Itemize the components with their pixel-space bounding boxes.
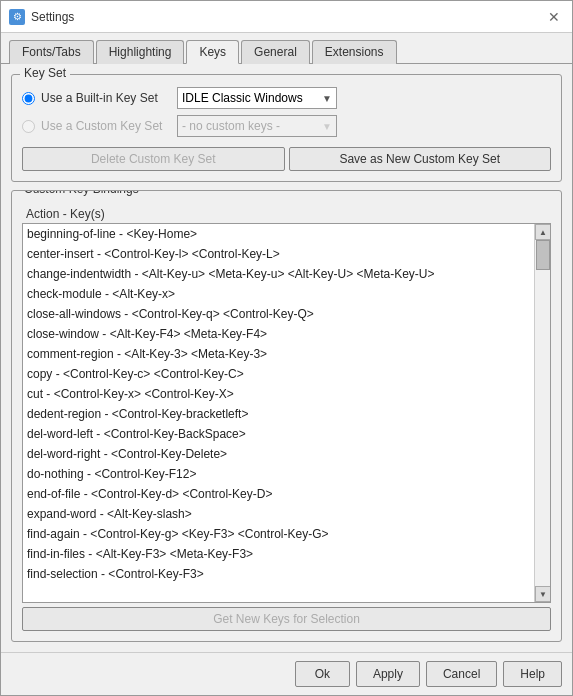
- list-item[interactable]: cut - <Control-Key-x> <Control-Key-X>: [23, 384, 534, 404]
- key-set-group: Key Set Use a Built-in Key Set IDLE Clas…: [11, 74, 562, 182]
- list-item[interactable]: del-word-left - <Control-Key-BackSpace>: [23, 424, 534, 444]
- title-bar: ⚙ Settings ✕: [1, 1, 572, 33]
- list-item[interactable]: do-nothing - <Control-Key-F12>: [23, 464, 534, 484]
- list-item[interactable]: comment-region - <Alt-Key-3> <Meta-Key-3…: [23, 344, 534, 364]
- builtin-radio-label: Use a Built-in Key Set: [41, 91, 171, 105]
- get-new-keys-button[interactable]: Get New Keys for Selection: [22, 607, 551, 631]
- list-item[interactable]: find-selection - <Control-Key-F3>: [23, 564, 534, 584]
- tab-keys[interactable]: Keys: [186, 40, 239, 64]
- key-set-title: Key Set: [20, 66, 70, 80]
- custom-dropdown-arrow: ▼: [322, 121, 332, 132]
- custom-radio[interactable]: [22, 120, 35, 133]
- list-item[interactable]: find-in-files - <Alt-Key-F3> <Meta-Key-F…: [23, 544, 534, 564]
- list-item[interactable]: del-word-right - <Control-Key-Delete>: [23, 444, 534, 464]
- window-title: Settings: [31, 10, 74, 24]
- key-set-content: Use a Built-in Key Set IDLE Classic Wind…: [22, 87, 551, 171]
- custom-bindings-group: Custom Key Bindings Action - Key(s) begi…: [11, 190, 562, 642]
- custom-radio-label: Use a Custom Key Set: [41, 119, 171, 133]
- list-item[interactable]: close-window - <Alt-Key-F4> <Meta-Key-F4…: [23, 324, 534, 344]
- tab-highlighting[interactable]: Highlighting: [96, 40, 185, 64]
- list-item[interactable]: center-insert - <Control-Key-l> <Control…: [23, 244, 534, 264]
- scroll-up-button[interactable]: ▲: [535, 224, 551, 240]
- bindings-list-scroll[interactable]: beginning-of-line - <Key-Home> center-in…: [23, 224, 534, 602]
- custom-radio-row: Use a Custom Key Set - no custom keys - …: [22, 115, 551, 137]
- list-item[interactable]: copy - <Control-Key-c> <Control-Key-C>: [23, 364, 534, 384]
- tab-general[interactable]: General: [241, 40, 310, 64]
- builtin-dropdown[interactable]: IDLE Classic Windows ▼: [177, 87, 337, 109]
- delete-custom-key-set-button[interactable]: Delete Custom Key Set: [22, 147, 285, 171]
- builtin-radio[interactable]: [22, 92, 35, 105]
- vertical-scrollbar[interactable]: ▲ ▼: [534, 224, 550, 602]
- builtin-dropdown-value: IDLE Classic Windows: [182, 91, 303, 105]
- list-item[interactable]: dedent-region - <Control-Key-bracketleft…: [23, 404, 534, 424]
- bottom-bar: Ok Apply Cancel Help: [1, 652, 572, 695]
- list-item[interactable]: change-indentwidth - <Alt-Key-u> <Meta-K…: [23, 264, 534, 284]
- ok-button[interactable]: Ok: [295, 661, 350, 687]
- help-button[interactable]: Help: [503, 661, 562, 687]
- title-bar-left: ⚙ Settings: [9, 9, 74, 25]
- close-button[interactable]: ✕: [544, 7, 564, 27]
- keyset-button-row: Delete Custom Key Set Save as New Custom…: [22, 147, 551, 171]
- tab-fonts-tabs[interactable]: Fonts/Tabs: [9, 40, 94, 64]
- save-new-custom-key-set-button[interactable]: Save as New Custom Key Set: [289, 147, 552, 171]
- list-item[interactable]: expand-word - <Alt-Key-slash>: [23, 504, 534, 524]
- scroll-track[interactable]: [535, 240, 550, 586]
- bindings-list-container: beginning-of-line - <Key-Home> center-in…: [22, 223, 551, 603]
- tab-extensions[interactable]: Extensions: [312, 40, 397, 64]
- custom-bindings-title: Custom Key Bindings: [20, 190, 143, 196]
- scroll-thumb[interactable]: [536, 240, 550, 270]
- custom-dropdown: - no custom keys - ▼: [177, 115, 337, 137]
- tab-bar: Fonts/Tabs Highlighting Keys General Ext…: [1, 33, 572, 64]
- list-item[interactable]: close-all-windows - <Control-Key-q> <Con…: [23, 304, 534, 324]
- scroll-down-button[interactable]: ▼: [535, 586, 551, 602]
- bindings-content: Action - Key(s) beginning-of-line - <Key…: [22, 205, 551, 631]
- builtin-radio-row: Use a Built-in Key Set IDLE Classic Wind…: [22, 87, 551, 109]
- column-header: Action - Key(s): [22, 205, 551, 223]
- builtin-dropdown-arrow: ▼: [322, 93, 332, 104]
- cancel-button[interactable]: Cancel: [426, 661, 497, 687]
- list-item[interactable]: end-of-file - <Control-Key-d> <Control-K…: [23, 484, 534, 504]
- list-item[interactable]: beginning-of-line - <Key-Home>: [23, 224, 534, 244]
- custom-dropdown-value: - no custom keys -: [182, 119, 280, 133]
- list-item[interactable]: find-again - <Control-Key-g> <Key-F3> <C…: [23, 524, 534, 544]
- list-item[interactable]: check-module - <Alt-Key-x>: [23, 284, 534, 304]
- main-content: Key Set Use a Built-in Key Set IDLE Clas…: [1, 64, 572, 652]
- settings-icon: ⚙: [9, 9, 25, 25]
- settings-window: ⚙ Settings ✕ Fonts/Tabs Highlighting Key…: [0, 0, 573, 696]
- apply-button[interactable]: Apply: [356, 661, 420, 687]
